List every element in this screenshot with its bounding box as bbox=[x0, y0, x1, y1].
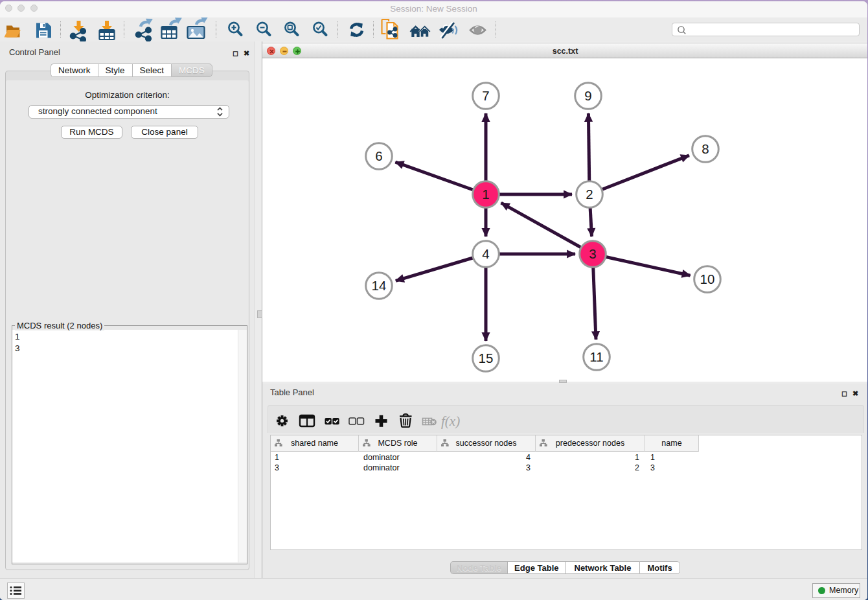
svg-text:f(x): f(x) bbox=[441, 413, 460, 429]
svg-text:15: 15 bbox=[479, 351, 494, 365]
svg-text:10: 10 bbox=[700, 271, 715, 286]
svg-text:4: 4 bbox=[482, 246, 489, 261]
svg-text:2: 2 bbox=[586, 187, 593, 202]
svg-text:9: 9 bbox=[584, 88, 591, 103]
svg-text:11: 11 bbox=[589, 349, 603, 364]
svg-text:6: 6 bbox=[375, 148, 382, 163]
svg-text:7: 7 bbox=[482, 88, 489, 103]
svg-text:3: 3 bbox=[589, 246, 596, 261]
svg-text:1: 1 bbox=[482, 187, 489, 202]
svg-text:14: 14 bbox=[372, 278, 387, 293]
svg-text:8: 8 bbox=[702, 141, 709, 156]
